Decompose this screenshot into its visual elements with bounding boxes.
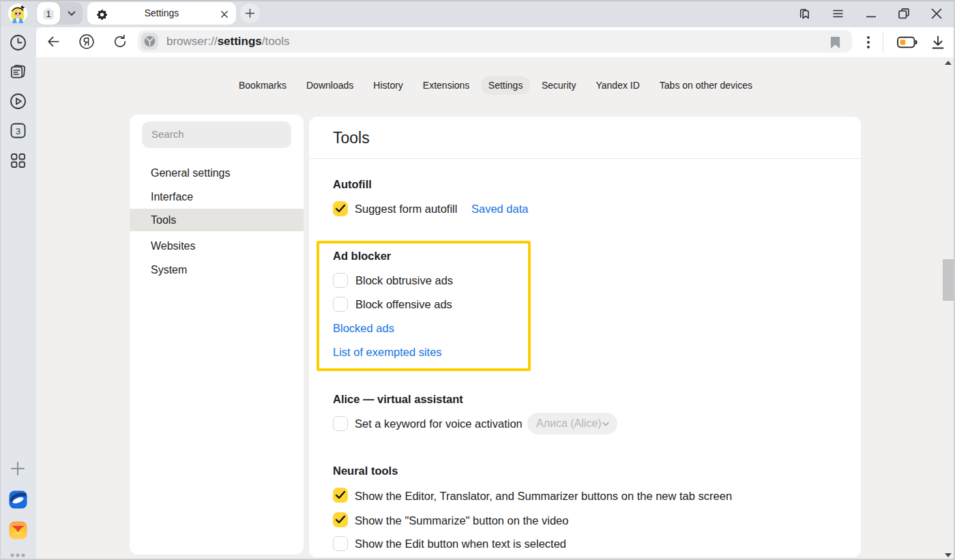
svg-text:1: 1 (46, 8, 50, 18)
svg-text:3: 3 (15, 126, 20, 136)
